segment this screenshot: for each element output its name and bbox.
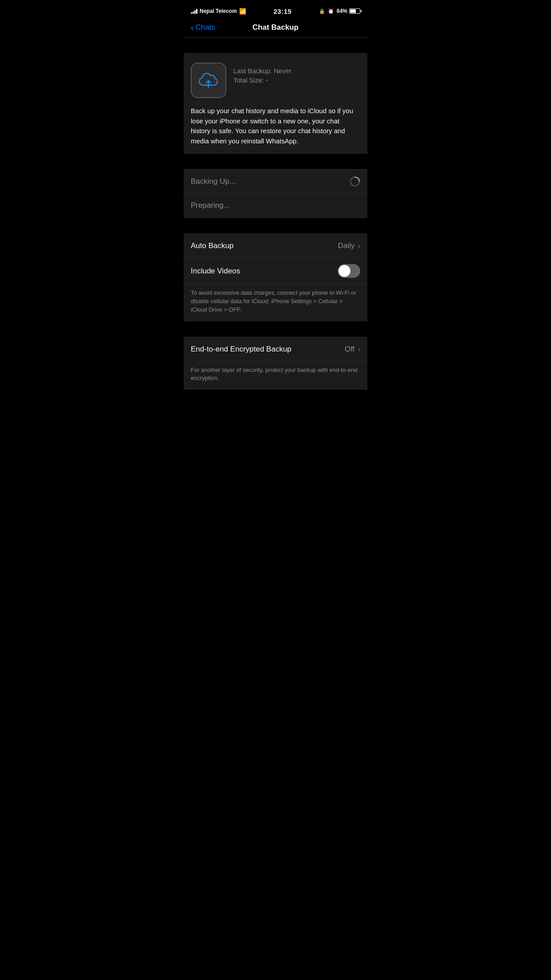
e2e-backup-value: Off — [345, 345, 354, 354]
top-gap — [184, 38, 367, 53]
include-videos-label: Include Videos — [191, 267, 240, 276]
e2e-backup-chevron-icon: › — [358, 346, 360, 353]
toggle-knob — [338, 265, 350, 277]
auto-backup-chevron-icon: › — [358, 242, 360, 249]
videos-notice-section: To avoid excessive data charges, connect… — [184, 285, 367, 321]
backing-up-row: Backing Up... — [184, 170, 367, 194]
backup-description: Back up your chat history and media to i… — [191, 106, 360, 146]
battery-icon — [349, 8, 360, 14]
back-button[interactable]: ‹ Chats — [191, 23, 215, 32]
auto-backup-value: Daily — [338, 241, 355, 250]
wifi-icon: 📶 — [239, 8, 246, 15]
auto-backup-row[interactable]: Auto Backup Daily › — [184, 234, 367, 258]
gap-3 — [184, 321, 367, 337]
e2e-notice-text: For another layer of security, protect y… — [191, 367, 358, 382]
backup-info: Last Backup: Never Total Size: - Back up… — [184, 54, 367, 153]
carrier-name: Nepal Telecom — [200, 8, 237, 14]
preparing-row: Preparing... — [184, 194, 367, 217]
auto-backup-label: Auto Backup — [191, 241, 233, 250]
e2e-backup-right: Off › — [345, 345, 360, 354]
status-bar: Nepal Telecom 📶 23:15 🔒 ⏰ 64% — [184, 0, 367, 20]
battery-indicator: 64% — [337, 8, 360, 14]
videos-notice-text: To avoid excessive data charges, connect… — [191, 289, 356, 313]
battery-percent: 64% — [337, 8, 347, 14]
battery-fill — [350, 9, 356, 13]
svg-point-1 — [358, 178, 359, 179]
status-time: 23:15 — [273, 8, 291, 15]
include-videos-row: Include Videos — [184, 258, 367, 284]
include-videos-toggle[interactable] — [338, 264, 360, 278]
backup-header: Last Backup: Never Total Size: - — [191, 63, 360, 98]
spinner-icon — [350, 176, 360, 187]
back-label: Chats — [196, 23, 215, 32]
backing-up-section: Backing Up... Preparing... — [184, 169, 367, 218]
preparing-label: Preparing... — [191, 201, 230, 210]
backing-up-right — [350, 176, 360, 187]
backing-up-label: Backing Up... — [191, 177, 236, 186]
status-left: Nepal Telecom 📶 — [191, 8, 246, 15]
last-backup-label: Last Backup: Never — [233, 67, 291, 75]
auto-backup-section: Auto Backup Daily › Include Videos — [184, 233, 367, 285]
status-right: 🔒 ⏰ 64% — [319, 8, 360, 14]
backup-info-section: Last Backup: Never Total Size: - Back up… — [184, 53, 367, 154]
auto-backup-right: Daily › — [338, 241, 360, 250]
backup-meta: Last Backup: Never Total Size: - — [233, 63, 291, 84]
e2e-backup-row[interactable]: End-to-end Encrypted Backup Off › — [184, 337, 367, 361]
middle-gap — [184, 154, 367, 169]
signal-icon — [191, 8, 197, 14]
total-size-label: Total Size: - — [233, 76, 291, 84]
e2e-notice-section: For another layer of security, protect y… — [184, 362, 367, 390]
back-chevron-icon: ‹ — [191, 23, 194, 32]
e2e-backup-label: End-to-end Encrypted Backup — [191, 345, 291, 354]
lock-icon: 🔒 — [319, 8, 325, 14]
page-title: Chat Backup — [252, 23, 299, 32]
cloud-icon-container — [191, 63, 226, 98]
gap-2 — [184, 218, 367, 233]
cloud-upload-icon — [197, 69, 220, 91]
e2e-section: End-to-end Encrypted Backup Off › — [184, 337, 367, 362]
alarm-icon: ⏰ — [328, 8, 334, 14]
navigation-bar: ‹ Chats Chat Backup — [184, 20, 367, 38]
